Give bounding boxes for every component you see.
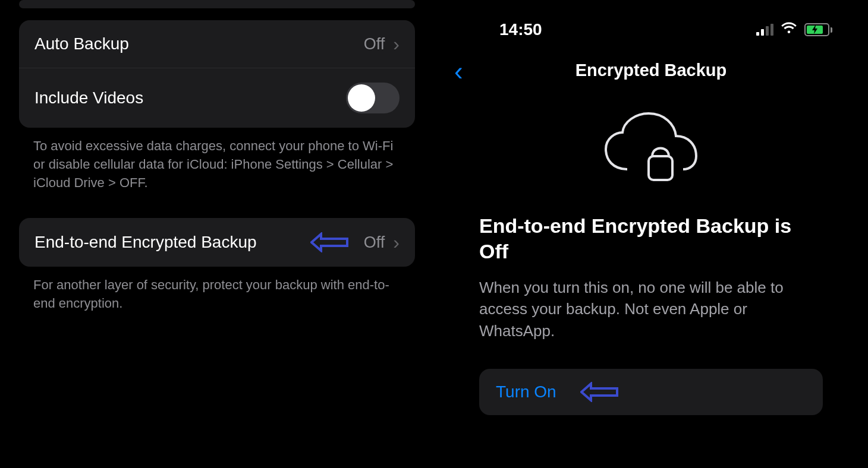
chevron-right-icon: ›	[393, 34, 400, 53]
data-charge-note: To avoid excessive data charges, connect…	[12, 128, 422, 192]
e2e-backup-row[interactable]: End-to-end Encrypted Backup Off ›	[19, 218, 415, 267]
auto-backup-label: Auto Backup	[34, 34, 129, 53]
wifi-icon	[781, 20, 797, 39]
include-videos-row: Include Videos	[19, 68, 415, 128]
battery-charging-icon	[804, 23, 832, 36]
svg-rect-0	[649, 156, 672, 180]
cellular-signal-icon	[756, 24, 773, 36]
backup-options-section: Auto Backup Off › Include Videos	[19, 20, 415, 128]
auto-backup-status: Off	[364, 35, 385, 53]
back-button[interactable]: ‹	[454, 58, 463, 84]
turn-on-label: Turn On	[496, 382, 556, 401]
e2e-status-heading: End-to-end Encrypted Backup is Off	[446, 213, 856, 264]
turn-on-button[interactable]: Turn On	[479, 369, 823, 415]
annotation-arrow-icon	[580, 382, 622, 402]
nav-header: ‹ Encrypted Backup	[446, 39, 856, 86]
toggle-knob	[348, 84, 375, 112]
left-pane: Auto Backup Off › Include Videos To avoi…	[0, 0, 434, 468]
chevron-right-icon: ›	[393, 233, 400, 252]
e2e-section: End-to-end Encrypted Backup Off ›	[19, 218, 415, 267]
auto-backup-row[interactable]: Auto Backup Off ›	[19, 20, 415, 68]
annotation-arrow-icon	[310, 232, 352, 252]
e2e-backup-label: End-to-end Encrypted Backup	[34, 233, 257, 252]
header-title: Encrypted Backup	[575, 61, 727, 80]
e2e-backup-status: Off	[364, 233, 385, 252]
status-icons	[756, 20, 832, 39]
prior-section-fragment	[19, 0, 415, 8]
status-time: 14:50	[499, 20, 542, 39]
right-pane: 14:50 ‹ Encrypted Backup	[434, 0, 868, 468]
include-videos-label: Include Videos	[34, 88, 143, 107]
include-videos-toggle[interactable]	[346, 83, 400, 113]
e2e-note: For another layer of security, protect y…	[12, 267, 422, 313]
status-bar: 14:50	[446, 0, 856, 39]
e2e-description: When you turn this on, no one will be ab…	[446, 264, 856, 341]
cloud-lock-icon	[446, 110, 856, 193]
